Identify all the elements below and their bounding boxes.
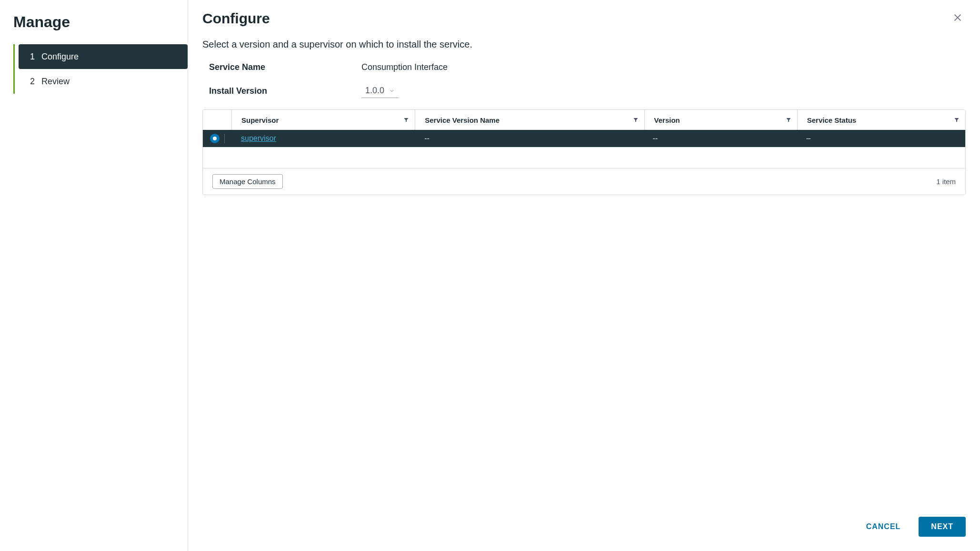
cell-service-status: –: [797, 134, 965, 143]
step-number: 2: [30, 77, 41, 87]
app-root: Manage 1 Configure 2 Review Configure Se…: [0, 0, 980, 551]
column-service-version-name: Service Version Name: [415, 110, 644, 130]
page-title: Configure: [202, 10, 270, 27]
item-count: 1 item: [936, 177, 956, 186]
filter-icon[interactable]: [954, 116, 960, 124]
sidebar-title: Manage: [13, 13, 188, 31]
step-label: Configure: [41, 52, 79, 62]
supervisor-table: Supervisor Service Version Name Version: [202, 109, 966, 195]
page-header: Configure: [202, 10, 966, 28]
wizard-sidebar: Manage 1 Configure 2 Review: [0, 0, 188, 551]
supervisor-link[interactable]: supervisor: [241, 134, 276, 142]
step-label: Review: [41, 77, 70, 87]
close-button[interactable]: [950, 10, 966, 28]
wizard-footer: CANCEL NEXT: [202, 502, 966, 551]
main-content: Configure Select a version and a supervi…: [188, 0, 980, 551]
radio-selected-icon: [210, 134, 220, 143]
table-footer: Manage Columns 1 item: [203, 168, 965, 195]
table-body: supervisor -- -- –: [203, 130, 965, 168]
install-version-row: Install Version 1.0.0: [202, 84, 966, 98]
cell-version: --: [643, 134, 797, 143]
row-select-cell[interactable]: [203, 134, 231, 143]
service-name-label: Service Name: [209, 62, 361, 72]
filter-icon[interactable]: [633, 116, 639, 124]
close-icon: [952, 16, 963, 24]
column-select: [203, 110, 231, 130]
table-row[interactable]: supervisor -- -- –: [203, 130, 965, 147]
column-service-status: Service Status: [797, 110, 965, 130]
cell-service-version-name: --: [415, 134, 643, 143]
wizard-step-list: 1 Configure 2 Review: [13, 44, 188, 94]
next-button[interactable]: NEXT: [919, 517, 966, 537]
table-header-row: Supervisor Service Version Name Version: [203, 110, 965, 130]
table-empty-space: [203, 147, 965, 168]
column-label: Service Status: [807, 116, 856, 124]
chevron-down-icon: [389, 88, 395, 94]
step-number: 1: [30, 52, 41, 62]
cell-supervisor: supervisor: [231, 134, 415, 143]
column-label: Supervisor: [241, 116, 279, 124]
manage-columns-button[interactable]: Manage Columns: [212, 174, 283, 189]
wizard-step-review[interactable]: 2 Review: [19, 69, 188, 94]
column-label: Version: [654, 116, 680, 124]
service-name-row: Service Name Consumption Interface: [202, 62, 966, 72]
install-version-value: 1.0.0: [365, 86, 384, 96]
filter-icon[interactable]: [786, 116, 791, 124]
column-supervisor: Supervisor: [231, 110, 415, 130]
service-name-value: Consumption Interface: [361, 62, 448, 72]
filter-icon[interactable]: [403, 116, 409, 124]
column-version: Version: [644, 110, 797, 130]
divider: [224, 134, 225, 143]
wizard-step-configure[interactable]: 1 Configure: [19, 44, 188, 69]
page-subtitle: Select a version and a supervisor on whi…: [202, 39, 966, 50]
install-version-label: Install Version: [209, 86, 361, 96]
cancel-button[interactable]: CANCEL: [862, 517, 905, 537]
column-label: Service Version Name: [425, 116, 500, 124]
install-version-select[interactable]: 1.0.0: [361, 84, 399, 98]
